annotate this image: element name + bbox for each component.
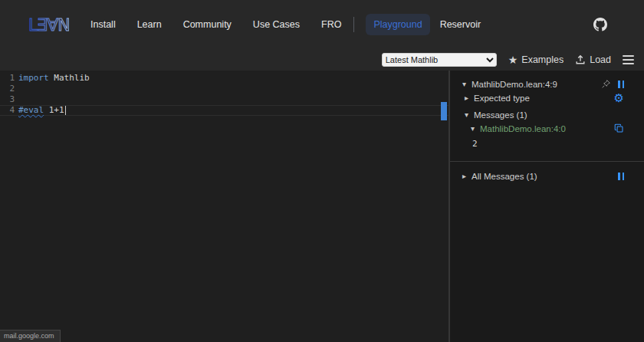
toolchain-select[interactable]: Latest Mathlib (382, 53, 497, 67)
star-icon: ★ (508, 54, 518, 65)
code-line-2: 2 (0, 84, 449, 94)
pin-icon[interactable] (601, 79, 611, 89)
load-label: Load (590, 54, 611, 65)
message-output-value: 2 (462, 137, 624, 150)
all-messages-label: All Messages (1) (472, 172, 537, 181)
line-number: 1 (0, 73, 15, 84)
lean-logo[interactable]: L∃∀N (28, 13, 69, 36)
chevron-down-icon[interactable]: ▾ (471, 125, 480, 133)
keyword-token: import (18, 73, 49, 83)
nav-item-learn[interactable]: Learn (137, 19, 162, 30)
code-line-3: 3 (0, 94, 449, 105)
messages-header-label: Messages (1) (474, 110, 527, 120)
lean-logo-text: L∃∀N (28, 15, 69, 35)
github-icon[interactable] (593, 18, 607, 31)
nav-item-fro[interactable]: FRO (321, 19, 341, 30)
line-number: 4 (0, 105, 15, 116)
code-text: #eval 1+1 (18, 105, 66, 116)
copy-icon[interactable] (614, 123, 624, 133)
plain-token: Mathlib (49, 73, 90, 83)
infoview-position-header[interactable]: ▾ MathlibDemo.lean:4:9 (462, 77, 624, 90)
site-header: L∃∀N Install Learn Community Use Cases F… (0, 0, 644, 71)
messages-section[interactable]: ▾ Messages (1) (462, 108, 624, 121)
nav-bar: L∃∀N Install Learn Community Use Cases F… (0, 0, 644, 49)
chevron-down-icon[interactable]: ▾ (465, 111, 474, 119)
chevron-down-icon[interactable]: ▾ (462, 81, 472, 88)
nav-item-playground-active[interactable]: Playground (366, 14, 429, 35)
expected-type-section[interactable]: ▸ Expected type ⚙ (462, 91, 624, 104)
load-button[interactable]: Load (575, 54, 611, 65)
nav-item-reservoir[interactable]: Reservoir (440, 19, 481, 30)
upload-icon (575, 54, 586, 65)
examples-button[interactable]: ★ Examples (508, 54, 564, 65)
nav-divider (353, 17, 354, 32)
all-messages-section[interactable]: ▸ All Messages (1) (462, 169, 624, 183)
expected-type-label: Expected type (474, 94, 530, 103)
message-location-link[interactable]: MathlibDemo.lean:4:0 (480, 124, 566, 133)
infoview-separator (450, 161, 644, 162)
infoview-panel: ▾ MathlibDemo.lean:4:9 ▸ Expected type ⚙ (450, 71, 644, 342)
link-status-hint: mail.google.com (0, 330, 61, 342)
keyword-token-eval: #eval (18, 105, 44, 115)
examples-label: Examples (521, 54, 564, 65)
chevron-right-icon[interactable]: ▸ (465, 94, 474, 102)
editor-toolbar: Latest Mathlib ★ Examples Load (0, 49, 644, 71)
nav-item-install[interactable]: Install (90, 19, 116, 30)
message-location-row[interactable]: ▾ MathlibDemo.lean:4:0 (462, 122, 624, 135)
position-header-label: MathlibDemo.lean:4:9 (472, 80, 557, 89)
line-number: 2 (0, 84, 15, 94)
plain-token: 1+1 (44, 105, 64, 115)
code-line-1: 1 import Mathlib (0, 73, 449, 84)
chevron-right-icon[interactable]: ▸ (462, 173, 472, 180)
lean-playground-page: L∃∀N Install Learn Community Use Cases F… (0, 0, 644, 342)
nav-item-use-cases[interactable]: Use Cases (253, 19, 300, 30)
code-line-4-active: 4 #eval 1+1 (0, 105, 449, 116)
code-text: import Mathlib (18, 73, 90, 84)
menu-icon[interactable] (623, 54, 634, 66)
text-cursor (65, 106, 67, 115)
code-editor[interactable]: 1 import Mathlib 2 3 4 #eval 1+1 (0, 71, 450, 342)
gear-icon[interactable]: ⚙ (614, 92, 624, 104)
nav-item-community[interactable]: Community (183, 19, 232, 30)
main-area: 1 import Mathlib 2 3 4 #eval 1+1 ▾ Mathl… (0, 71, 644, 342)
line-number: 3 (0, 94, 15, 105)
pause-icon[interactable] (618, 81, 624, 88)
overview-ruler-cursor-marker (441, 102, 447, 120)
pause-icon[interactable] (618, 173, 624, 180)
